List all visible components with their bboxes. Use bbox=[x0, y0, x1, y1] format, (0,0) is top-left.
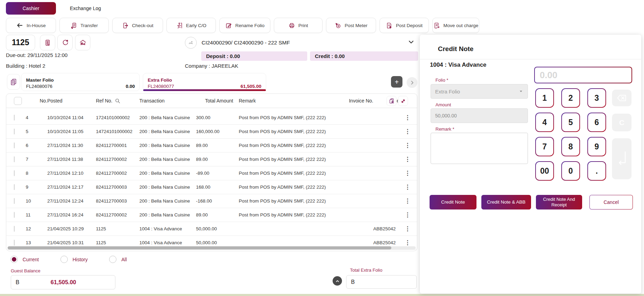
post-meter-button[interactable]: Post Meter bbox=[326, 18, 376, 33]
row-menu-button[interactable]: ⋮ bbox=[405, 115, 410, 121]
amount-label: Amount bbox=[435, 102, 451, 107]
transfer-button[interactable]: Transfer bbox=[59, 18, 109, 33]
row-checkbox[interactable] bbox=[14, 212, 15, 218]
row-menu-button[interactable]: ⋮ bbox=[405, 226, 410, 232]
registration-card-button[interactable] bbox=[40, 35, 55, 50]
edit-pencil-icon bbox=[225, 22, 232, 29]
copy-search-button[interactable] bbox=[386, 96, 397, 106]
row-checkbox[interactable] bbox=[14, 170, 15, 176]
row-menu-button[interactable]: ⋮ bbox=[405, 156, 410, 162]
header-no: No. bbox=[26, 98, 47, 104]
cell-transaction: 200 : Bella Nara Cuisine bbox=[139, 171, 196, 176]
keypad-key-00[interactable]: 00 bbox=[535, 161, 554, 181]
meter-plus-icon bbox=[335, 22, 341, 29]
cell-receipt: ABB25042 bbox=[373, 240, 405, 245]
row-checkbox[interactable] bbox=[14, 129, 15, 134]
row-checkbox[interactable] bbox=[14, 240, 15, 246]
document-plus-icon bbox=[386, 22, 392, 29]
row-checkbox[interactable] bbox=[14, 156, 15, 162]
filter-all[interactable]: All bbox=[109, 256, 127, 263]
next-folio-button[interactable] bbox=[407, 77, 417, 88]
credit-note-button[interactable]: Credit Note bbox=[430, 195, 476, 209]
tab-cashier[interactable]: Cashier bbox=[6, 2, 56, 15]
header-invoice: Invoice No. bbox=[337, 98, 373, 104]
folio-select[interactable]: Extra Folio bbox=[431, 84, 528, 99]
row-menu-button[interactable]: ⋮ bbox=[405, 212, 410, 218]
filter-history[interactable]: History bbox=[60, 256, 88, 263]
row-checkbox[interactable] bbox=[14, 184, 15, 190]
row-menu-button[interactable]: ⋮ bbox=[405, 198, 410, 204]
keypad-key-9[interactable]: 9 bbox=[587, 137, 606, 156]
keypad-key-7[interactable]: 7 bbox=[535, 137, 554, 156]
remark-field[interactable] bbox=[431, 133, 528, 164]
cancel-button[interactable]: Cancel bbox=[589, 195, 633, 209]
panel-title: Credit Note bbox=[438, 45, 473, 53]
keypad-key-6[interactable]: 6 bbox=[587, 113, 606, 132]
keypad-key-8[interactable]: 8 bbox=[561, 137, 580, 156]
total-extra-currency: B bbox=[351, 279, 355, 285]
cell-ref: 824112700003 bbox=[96, 198, 139, 204]
row-checkbox[interactable] bbox=[14, 198, 15, 204]
keypad-amount-display[interactable]: 0.00 bbox=[534, 67, 632, 83]
scrollbar-thumb[interactable] bbox=[8, 246, 391, 249]
early-checkout-button[interactable]: Early C/O bbox=[166, 18, 216, 33]
credit-note-receipt-button[interactable]: Credit Note And Receipt bbox=[536, 195, 582, 209]
move-out-charge-button[interactable]: Move out charge bbox=[432, 18, 479, 33]
guest-expand-button[interactable] bbox=[407, 38, 415, 46]
folio-list-button[interactable] bbox=[7, 74, 20, 90]
filter-current[interactable]: Current bbox=[10, 256, 39, 263]
master-folio-number: FL24080076 bbox=[26, 84, 52, 89]
tab-exchange-log[interactable]: Exchange Log bbox=[70, 6, 101, 11]
cell-amount: 89.00 bbox=[196, 157, 233, 162]
search-icon[interactable] bbox=[115, 98, 121, 104]
row-menu-button[interactable]: ⋮ bbox=[405, 240, 410, 246]
header-ref: Ref No. bbox=[96, 98, 112, 104]
cell-transaction: 200 : Bella Nara Cuisine bbox=[139, 184, 196, 190]
in-house-button[interactable]: In-House bbox=[6, 18, 56, 33]
credit-note-abb-button[interactable]: Credit Note & ABB bbox=[481, 195, 531, 209]
row-menu-button[interactable]: ⋮ bbox=[405, 184, 410, 190]
table-body: 4 10/10/2024 11:04 1724101000002 200 : B… bbox=[6, 108, 417, 250]
cell-transaction: 1004 : Visa Advance bbox=[139, 226, 196, 231]
keypad-key-1[interactable]: 1 bbox=[535, 88, 554, 108]
collapse-totals-button[interactable] bbox=[333, 276, 342, 286]
cell-amount: 160,000.00 bbox=[196, 129, 233, 134]
cell-no: 11 bbox=[26, 212, 47, 217]
clear-key[interactable]: C bbox=[612, 114, 631, 131]
row-menu-button[interactable]: ⋮ bbox=[405, 170, 410, 176]
row-checkbox[interactable] bbox=[14, 115, 15, 121]
folio-filters: Current History All bbox=[10, 256, 127, 263]
keypad-key-2[interactable]: 2 bbox=[561, 88, 580, 108]
keypad-key-.[interactable]: . bbox=[587, 161, 606, 181]
printer-icon bbox=[288, 22, 295, 29]
keypad-key-3[interactable]: 3 bbox=[587, 88, 606, 108]
cell-ref: 1724101000002 bbox=[96, 115, 139, 120]
row-menu-button[interactable]: ⋮ bbox=[405, 129, 410, 134]
keypad-key-5[interactable]: 5 bbox=[561, 113, 580, 132]
post-deposit-button[interactable]: Post Deposit bbox=[380, 18, 429, 33]
add-folio-button[interactable]: + bbox=[391, 76, 402, 88]
room-info-button[interactable] bbox=[75, 35, 90, 50]
row-checkbox[interactable] bbox=[14, 142, 15, 148]
amount-placeholder: 0.00 bbox=[540, 70, 557, 81]
expand-table-button[interactable] bbox=[398, 96, 408, 106]
row-checkbox[interactable] bbox=[14, 226, 15, 232]
amount-field[interactable] bbox=[431, 108, 528, 123]
folio-copy-icon bbox=[10, 78, 17, 86]
active-tab-indicator bbox=[143, 89, 266, 91]
print-button[interactable]: Print bbox=[274, 18, 323, 33]
master-folio-tab[interactable]: Master Folio FL24080076 0.00 bbox=[21, 73, 140, 91]
check-out-button[interactable]: Check-out bbox=[112, 18, 163, 33]
master-folio-amount: 0.00 bbox=[126, 84, 135, 89]
cell-receipt: ABB25042 bbox=[373, 226, 405, 231]
row-menu-button[interactable]: ⋮ bbox=[405, 142, 410, 148]
cell-transaction: 200 : Bella Nara Cuisine bbox=[139, 212, 196, 217]
extra-folio-tab[interactable]: Extra Folio FL24080077 61,505.00 bbox=[143, 73, 266, 91]
select-all-checkbox[interactable] bbox=[14, 97, 22, 105]
refresh-button[interactable] bbox=[57, 35, 73, 50]
rename-folio-button[interactable]: Rename Folio bbox=[219, 18, 270, 33]
enter-key[interactable] bbox=[612, 138, 631, 179]
keypad-key-4[interactable]: 4 bbox=[535, 113, 554, 132]
backspace-key[interactable] bbox=[612, 90, 631, 106]
keypad-key-0[interactable]: 0 bbox=[561, 161, 580, 181]
